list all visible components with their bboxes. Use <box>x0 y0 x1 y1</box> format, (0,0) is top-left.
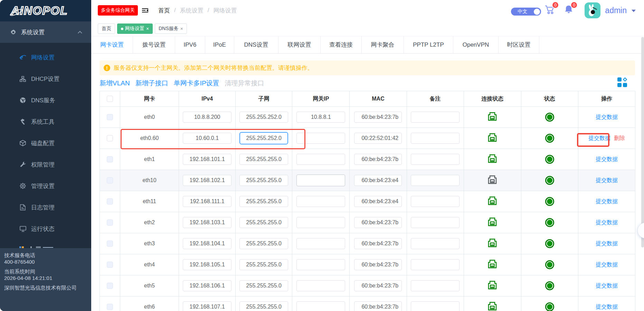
row-checkbox[interactable] <box>107 177 113 183</box>
add-vlan-link[interactable]: 新增VLAN <box>100 79 130 88</box>
row-checkbox[interactable] <box>107 156 113 162</box>
mac-input[interactable] <box>354 112 402 123</box>
mac-input[interactable] <box>354 280 402 291</box>
multi-ip-link[interactable]: 单网卡多IP设置 <box>174 79 219 88</box>
subnet-input[interactable] <box>239 238 288 249</box>
subnet-input[interactable] <box>239 217 288 228</box>
avatar[interactable] <box>585 2 600 18</box>
mac-input[interactable] <box>354 238 402 249</box>
row-checkbox[interactable] <box>107 198 113 205</box>
subnet-input[interactable] <box>239 112 288 123</box>
gateway-input[interactable] <box>296 112 345 123</box>
row-checkbox[interactable] <box>107 262 113 268</box>
add-subinterface-link[interactable]: 新增子接口 <box>135 79 168 88</box>
close-icon[interactable]: × <box>180 26 183 31</box>
sidebar-item-dns-service[interactable]: DNS服务 <box>0 89 91 111</box>
ipv4-input[interactable] <box>183 154 231 165</box>
gateway-input[interactable] <box>296 196 345 207</box>
mac-input[interactable] <box>354 175 402 186</box>
sidebar-item-disk-config[interactable]: 磁盘配置 <box>0 132 91 154</box>
remark-input[interactable] <box>411 238 460 249</box>
mac-input[interactable] <box>354 133 402 144</box>
username[interactable]: admin <box>605 6 627 15</box>
floating-widget-button[interactable] <box>637 223 644 238</box>
ipv4-input[interactable] <box>183 112 231 123</box>
notifications-button[interactable]: 0 <box>564 4 574 16</box>
breadcrumb-network[interactable]: 网络设置 <box>213 7 237 15</box>
row-checkbox[interactable] <box>107 135 113 141</box>
tab-network-settings[interactable]: 网络设置 × <box>117 23 153 34</box>
sidebar-item-network-settings[interactable]: e 网络设置 <box>0 47 91 68</box>
subtab-3[interactable]: IPV6 <box>175 36 205 53</box>
subnet-input[interactable] <box>239 154 288 165</box>
subtab-9[interactable]: PPTP L2TP <box>404 36 453 53</box>
gateway-input[interactable] <box>296 154 345 165</box>
row-checkbox[interactable] <box>107 219 113 226</box>
ipv4-input[interactable] <box>183 259 231 270</box>
remark-input[interactable] <box>411 280 460 291</box>
mac-input[interactable] <box>354 259 402 270</box>
tab-home[interactable]: 首页 <box>98 23 115 34</box>
layout-grid-icon[interactable] <box>617 77 628 89</box>
subnet-input[interactable] <box>239 280 288 291</box>
remark-input[interactable] <box>411 301 460 311</box>
sidebar-item-system-settings[interactable]: 系统设置 <box>0 21 91 43</box>
ipv4-input[interactable] <box>183 238 231 249</box>
sidebar-item-admin-settings[interactable]: 管理设置 <box>0 175 91 197</box>
language-toggle[interactable]: 中文 <box>511 8 541 16</box>
mac-input[interactable] <box>354 217 402 228</box>
remark-input[interactable] <box>411 217 460 228</box>
mac-input[interactable] <box>354 196 402 207</box>
mac-input[interactable] <box>354 154 402 165</box>
remark-input[interactable] <box>411 112 460 123</box>
submit-data-link[interactable]: 提交数据 <box>596 177 618 183</box>
submit-data-link[interactable]: 提交数据 <box>596 304 618 310</box>
gateway-input[interactable] <box>296 280 345 291</box>
ipv4-input[interactable] <box>183 280 231 291</box>
submit-data-link[interactable]: 提交数据 <box>596 219 618 225</box>
collapse-menu-icon[interactable] <box>142 8 148 13</box>
ipv4-input[interactable] <box>183 175 231 186</box>
subnet-input[interactable] <box>239 196 288 207</box>
subtab-11[interactable]: 时区设置 <box>499 36 539 53</box>
submit-data-link[interactable]: 提交数据 <box>596 156 618 162</box>
row-checkbox[interactable] <box>107 114 113 120</box>
subnet-input[interactable] <box>239 259 288 270</box>
subtab-5[interactable]: DNS设置 <box>234 36 278 53</box>
subtab-1[interactable]: 网卡设置 <box>91 36 133 53</box>
gateway-input[interactable] <box>296 238 345 249</box>
subnet-input[interactable] <box>239 175 288 186</box>
submit-data-link[interactable]: 提交数据 <box>596 262 618 267</box>
submit-data-link[interactable]: 提交数据 <box>596 241 618 246</box>
submit-data-link[interactable]: 提交数据 <box>596 114 618 120</box>
remark-input[interactable] <box>411 175 460 186</box>
breadcrumb-system[interactable]: 系统设置 <box>180 7 203 15</box>
gateway-input[interactable] <box>296 301 345 311</box>
submit-data-link[interactable]: 提交数据 <box>596 198 618 204</box>
ipv4-input[interactable] <box>183 217 231 228</box>
gateway-input[interactable] <box>296 175 345 186</box>
sidebar-item-permission-mgmt[interactable]: 权限管理 <box>0 154 91 175</box>
delete-link[interactable]: 删除 <box>614 135 625 141</box>
sidebar-item-log-mgmt[interactable]: 日志管理 <box>0 197 91 218</box>
subtab-7[interactable]: 查看连接 <box>321 36 362 53</box>
remark-input[interactable] <box>411 154 460 165</box>
subtab-10[interactable]: OpenVPN <box>453 36 499 53</box>
remark-input[interactable] <box>411 133 460 144</box>
ipv4-input[interactable] <box>183 301 231 311</box>
user-caret-icon[interactable] <box>632 10 636 14</box>
subtab-8[interactable]: 网卡聚合 <box>362 36 404 53</box>
subtab-4[interactable]: IPoE <box>205 36 234 53</box>
row-checkbox[interactable] <box>107 241 113 247</box>
row-checkbox[interactable] <box>107 283 113 289</box>
gateway-input[interactable] <box>296 259 345 270</box>
sidebar-item-system-tools[interactable]: 系统工具 <box>0 111 91 132</box>
sidebar-item-dhcp-settings[interactable]: DHCP设置 <box>0 68 91 89</box>
row-checkbox[interactable] <box>107 304 113 310</box>
select-all-checkbox[interactable] <box>107 96 113 102</box>
mac-input[interactable] <box>354 301 402 311</box>
sidebar-item-run-status[interactable]: 运行状态 <box>0 218 91 239</box>
gateway-input[interactable] <box>296 217 345 228</box>
scrollbar[interactable] <box>641 37 644 247</box>
clean-interface-link[interactable]: 清理异常接口 <box>225 79 264 88</box>
